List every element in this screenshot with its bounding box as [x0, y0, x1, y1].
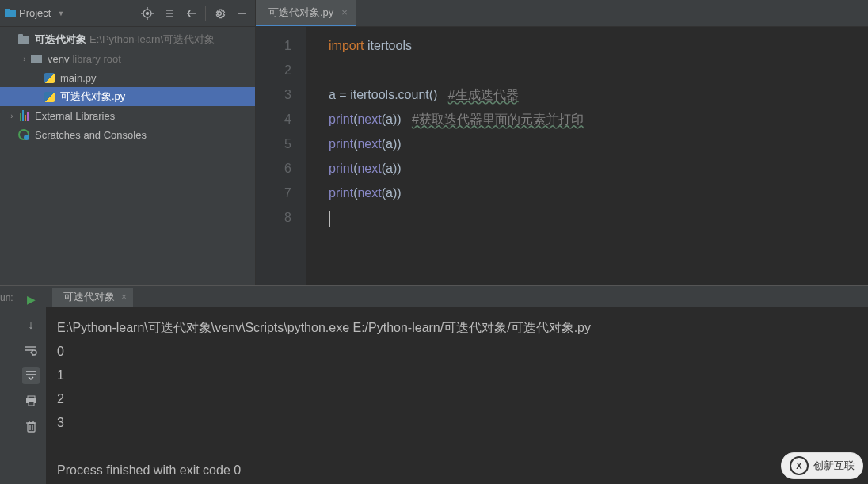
run-content: 可迭代对象 × E:\Python-learn\可迭代对象\venv\Scrip…	[46, 286, 868, 484]
dropdown-icon: ▼	[57, 10, 64, 17]
scratches-icon	[17, 128, 30, 141]
project-header: Project ▼	[0, 0, 255, 27]
svg-point-3	[147, 12, 149, 14]
svg-rect-19	[28, 423, 35, 432]
tree-external-libs[interactable]: › External Libraries	[0, 106, 255, 125]
run-tab[interactable]: 可迭代对象 ×	[52, 288, 133, 307]
watermark: X 创新互联	[781, 452, 863, 479]
folder-icon	[30, 52, 43, 65]
tree-venv[interactable]: › venv library root	[0, 49, 255, 68]
run-tab-bar: 可迭代对象 ×	[46, 286, 868, 308]
project-icon	[5, 8, 16, 19]
project-label: Project	[19, 7, 51, 19]
print-icon[interactable]	[22, 392, 40, 410]
python-icon	[43, 71, 55, 84]
project-title[interactable]: Project ▼	[5, 7, 64, 19]
chevron-right-icon: ›	[19, 55, 30, 63]
project-sidebar: Project ▼ 可迭代对象 E:\Python-learn\	[0, 0, 256, 285]
line-gutter: 12345678	[256, 27, 306, 285]
editor-area: 可迭代对象.py × 12345678 import itertools a =…	[256, 0, 868, 285]
file-name: 可迭代对象.py	[60, 90, 125, 104]
code-content[interactable]: import itertools a = itertools.count() #…	[306, 27, 868, 285]
run-tab-label: 可迭代对象	[63, 290, 115, 304]
libraries-icon	[17, 109, 30, 122]
run-label: un:	[0, 292, 13, 303]
svg-rect-23	[29, 421, 33, 423]
ext-lib-label: External Libraries	[35, 110, 115, 122]
trash-icon[interactable]	[22, 417, 40, 435]
venv-name: venv	[48, 53, 69, 65]
locate-icon[interactable]	[139, 5, 156, 22]
file-name: main.py	[60, 72, 97, 84]
run-left-gutter	[0, 286, 16, 484]
tree-file-main[interactable]: main.py	[0, 68, 255, 87]
tree-root[interactable]: 可迭代对象 E:\Python-learn\可迭代对象	[0, 30, 255, 49]
folder-icon	[17, 33, 30, 46]
editor-tabs: 可迭代对象.py ×	[256, 0, 868, 27]
run-play-icon[interactable]: ▶	[22, 291, 40, 308]
close-icon[interactable]: ×	[121, 292, 127, 303]
tab-label: 可迭代对象.py	[268, 6, 333, 20]
project-tree: 可迭代对象 E:\Python-learn\可迭代对象 › venv libra…	[0, 27, 255, 144]
minimize-icon[interactable]	[233, 5, 250, 22]
tree-scratches[interactable]: Scratches and Consoles	[0, 125, 255, 144]
code-editor[interactable]: 12345678 import itertools a = itertools.…	[256, 27, 868, 285]
run-down-icon[interactable]: ↓	[22, 316, 40, 333]
venv-hint: library root	[72, 53, 120, 65]
svg-rect-1	[5, 9, 10, 11]
run-wrap-icon[interactable]	[22, 341, 40, 359]
run-panel: ▶ ↓ 可迭代对象 × E:\Python-learn\可迭代对象\venv\S…	[0, 285, 868, 484]
expand-all-icon[interactable]	[161, 5, 178, 22]
collapse-all-icon[interactable]	[183, 5, 200, 22]
watermark-logo-icon: X	[790, 456, 809, 475]
root-name: 可迭代对象	[35, 32, 86, 47]
scratches-label: Scratches and Consoles	[35, 129, 147, 141]
root-path: E:\Python-learn\可迭代对象	[89, 32, 215, 47]
settings-icon[interactable]	[211, 5, 228, 22]
tree-file-current[interactable]: 可迭代对象.py	[0, 87, 255, 106]
svg-rect-16	[28, 396, 35, 398]
chevron-right-icon: ›	[6, 112, 17, 120]
console-output[interactable]: E:\Python-learn\可迭代对象\venv\Scripts\pytho…	[46, 308, 868, 484]
close-icon[interactable]: ×	[341, 6, 348, 18]
editor-tab[interactable]: 可迭代对象.py ×	[256, 0, 356, 26]
run-toolbar: ▶ ↓	[16, 286, 46, 484]
run-scroll-icon[interactable]	[22, 367, 40, 384]
svg-rect-0	[5, 10, 16, 17]
python-icon	[43, 90, 55, 103]
svg-rect-18	[29, 402, 34, 406]
watermark-text: 创新互联	[813, 459, 855, 473]
